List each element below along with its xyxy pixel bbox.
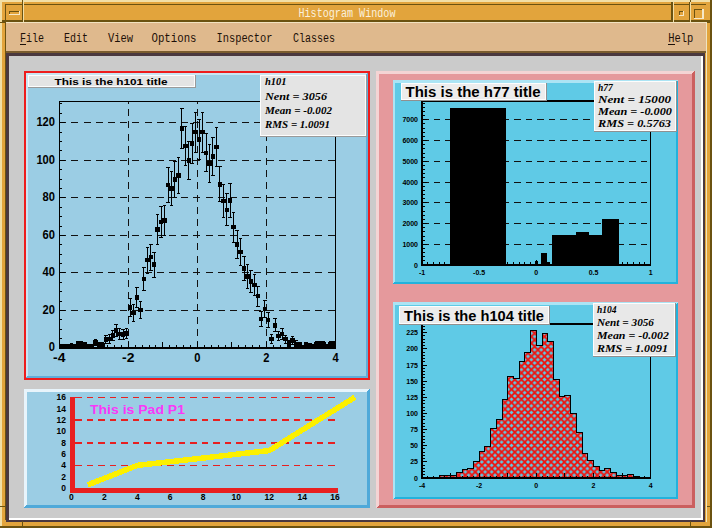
svg-text:150: 150: [406, 378, 418, 385]
svg-text:0: 0: [534, 269, 538, 276]
svg-text:Classes: Classes: [293, 32, 335, 46]
svg-text:1000: 1000: [402, 241, 418, 248]
svg-text:2: 2: [61, 472, 66, 482]
svg-text:14: 14: [57, 404, 67, 414]
svg-text:This is the h77 title: This is the h77 title: [406, 84, 541, 100]
svg-text:-0.5: -0.5: [473, 269, 485, 276]
svg-text:14: 14: [297, 492, 307, 502]
svg-text:Nent = 15000: Nent = 15000: [597, 95, 672, 105]
svg-text:4000: 4000: [402, 179, 418, 186]
svg-text:4: 4: [332, 351, 338, 365]
svg-text:Nent = 3056: Nent = 3056: [264, 91, 328, 102]
svg-text:3000: 3000: [402, 199, 418, 206]
svg-text:6: 6: [61, 449, 66, 459]
svg-text:125: 125: [406, 394, 418, 401]
svg-text:16: 16: [57, 392, 67, 402]
svg-text:4: 4: [61, 460, 66, 470]
svg-text:2: 2: [102, 492, 107, 502]
svg-text:h101: h101: [265, 76, 287, 87]
svg-text:Inspector: Inspector: [217, 32, 273, 46]
svg-text:This is the h101 title: This is the h101 title: [55, 76, 168, 87]
svg-text:0: 0: [61, 483, 66, 493]
svg-text:4: 4: [649, 482, 653, 489]
svg-text:4: 4: [135, 492, 140, 502]
svg-text:20: 20: [43, 303, 55, 317]
svg-text:-2: -2: [122, 351, 134, 365]
svg-text:Edit: Edit: [64, 32, 88, 46]
svg-text:100: 100: [36, 153, 55, 167]
svg-text:0: 0: [69, 492, 74, 502]
svg-text:50: 50: [410, 442, 418, 449]
svg-text:40: 40: [43, 265, 55, 279]
svg-text:1: 1: [649, 269, 653, 276]
svg-text:7000: 7000: [402, 116, 418, 123]
svg-text:75: 75: [410, 426, 418, 433]
svg-text:Mean = -0.000: Mean = -0.000: [597, 107, 673, 117]
svg-text:10: 10: [57, 426, 67, 436]
svg-text:25: 25: [410, 458, 418, 465]
svg-text:5000: 5000: [402, 158, 418, 165]
svg-text:View: View: [108, 32, 134, 46]
svg-text:RMS = 1.0091: RMS = 1.0091: [264, 119, 330, 130]
svg-text:This is the h104 title: This is the h104 title: [404, 307, 544, 324]
svg-text:h77: h77: [598, 83, 614, 93]
svg-text:6000: 6000: [402, 137, 418, 144]
svg-text:2: 2: [263, 351, 269, 365]
svg-text:0.5: 0.5: [589, 269, 599, 276]
svg-text:Mean = -0.002: Mean = -0.002: [264, 105, 333, 116]
svg-text:2: 2: [592, 482, 596, 489]
svg-text:16: 16: [330, 492, 340, 502]
svg-text:80: 80: [43, 190, 55, 204]
svg-text:200: 200: [406, 345, 418, 352]
svg-text:8: 8: [201, 492, 206, 502]
svg-text:Histogram Window: Histogram Window: [299, 7, 396, 21]
svg-text:Options: Options: [152, 32, 197, 46]
svg-text:RMS = 1.0091: RMS = 1.0091: [596, 344, 668, 354]
svg-text:8: 8: [61, 438, 66, 448]
svg-text:175: 175: [406, 362, 418, 369]
svg-text:2000: 2000: [402, 220, 418, 227]
svg-text:Nent = 3056: Nent = 3056: [596, 318, 654, 328]
svg-text:6: 6: [168, 492, 173, 502]
svg-text:10: 10: [231, 492, 241, 502]
svg-text:0: 0: [414, 475, 418, 482]
svg-text:0: 0: [534, 482, 538, 489]
svg-text:120: 120: [36, 115, 55, 129]
svg-text:12: 12: [264, 492, 274, 502]
svg-text:RMS = 0.5763: RMS = 0.5763: [597, 119, 672, 129]
svg-text:0: 0: [414, 262, 418, 269]
svg-text:-2: -2: [476, 482, 482, 489]
svg-text:-4: -4: [53, 351, 65, 365]
svg-text:h104: h104: [597, 305, 617, 315]
svg-text:60: 60: [43, 228, 55, 242]
svg-text:225: 225: [406, 329, 418, 336]
svg-text:-1: -1: [419, 269, 425, 276]
svg-text:-4: -4: [419, 482, 425, 489]
svg-text:This is Pad P1: This is Pad P1: [90, 403, 185, 417]
svg-text:12: 12: [57, 415, 67, 425]
svg-text:Mean = -0.002: Mean = -0.002: [596, 331, 670, 341]
svg-text:0: 0: [194, 351, 200, 365]
svg-text:100: 100: [406, 410, 418, 417]
